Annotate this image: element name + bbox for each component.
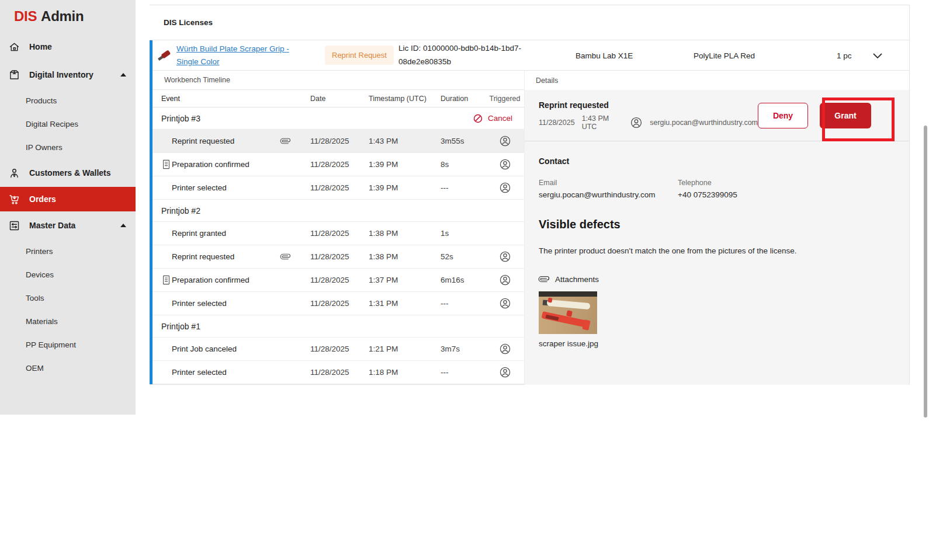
triggered-user-icon xyxy=(499,251,511,263)
event-name: Preparation confirmed xyxy=(172,160,249,169)
sidebar-item-materials[interactable]: Materials xyxy=(0,309,136,333)
timeline-event-row[interactable]: Printer selected11/28/20251:31 PM--- xyxy=(152,292,524,315)
user-circle-icon xyxy=(630,116,643,129)
event-name: Print Job canceled xyxy=(172,345,237,353)
timeline-event-row[interactable]: Reprint requested11/28/20251:38 PM52s xyxy=(152,245,524,269)
dis-licenses-card: DIS Licenses Würth Build Plate Scraper G… xyxy=(150,5,910,385)
timeline-event-row[interactable]: Printer selected11/28/20251:18 PM--- xyxy=(152,361,524,384)
event-name: Printer selected xyxy=(172,183,227,192)
sidebar-item-orders[interactable]: Orders xyxy=(0,187,136,211)
page-title: DIS Licenses xyxy=(150,5,909,40)
product-thumbnail-icon xyxy=(157,48,172,63)
column-header-duration: Duration xyxy=(441,95,486,103)
sidebar-item-label: Home xyxy=(29,42,52,51)
paperclip-icon xyxy=(280,252,290,262)
event-timestamp: 1:38 PM xyxy=(369,229,441,238)
sidebar-item-printers[interactable]: Printers xyxy=(0,239,136,263)
event-date: 11/28/2025 xyxy=(310,252,369,261)
event-duration: 6m16s xyxy=(441,276,486,284)
event-duration: 3m55s xyxy=(441,137,486,145)
sidebar-item-customers-wallets[interactable]: Customers & Wallets xyxy=(0,159,136,187)
grant-button[interactable]: Grant xyxy=(820,103,871,128)
event-timestamp: 1:31 PM xyxy=(369,299,441,308)
column-header-timestamp-utc: Timestamp (UTC) xyxy=(369,95,441,103)
product-link[interactable]: Würth Build Plate Scraper Grip - Single … xyxy=(176,43,312,68)
column-header-date: Date xyxy=(310,95,369,103)
sidebar-item-label: Devices xyxy=(26,270,54,279)
visible-defects-title: Visible defects xyxy=(539,218,895,231)
event-name: Preparation confirmed xyxy=(172,276,249,284)
visible-defects-description: The printer product doesn't match the on… xyxy=(539,246,895,255)
triggered-user-icon xyxy=(499,297,511,309)
cancel-printjob-button[interactable]: Cancel xyxy=(473,113,512,124)
vertical-scrollbar[interactable] xyxy=(924,126,927,418)
event-duration: 8s xyxy=(441,160,486,169)
timeline-event-row[interactable]: Reprint granted11/28/20251:38 PM1s xyxy=(152,222,524,245)
event-duration: 3m7s xyxy=(441,345,486,353)
sidebar-item-master-data[interactable]: Master Data xyxy=(0,211,136,239)
sidebar-item-label: Digital Inventory xyxy=(29,70,93,79)
event-timestamp: 1:18 PM xyxy=(369,368,441,377)
attachments-title: Attachments xyxy=(555,275,599,284)
triggered-user-icon xyxy=(499,274,511,286)
column-header-triggered: Triggered xyxy=(486,95,524,103)
email-value: sergiu.pocan@wurthindustry.com xyxy=(539,190,678,199)
deny-button[interactable]: Deny xyxy=(758,103,808,128)
attachment-thumbnail[interactable] xyxy=(539,291,597,334)
timeline-event-row[interactable]: Preparation confirmed11/28/20251:39 PM8s xyxy=(152,153,524,176)
event-timestamp: 1:43 PM xyxy=(369,137,441,145)
printjob-label: Printjob #1 xyxy=(161,322,200,331)
event-date: 11/28/2025 xyxy=(310,299,369,308)
sidebar-item-ip-owners[interactable]: IP Owners xyxy=(0,135,136,159)
event-timestamp: 1:38 PM xyxy=(369,252,441,261)
event-name: Printer selected xyxy=(172,299,227,308)
master-data-icon xyxy=(8,219,20,232)
sidebar-item-digital-recipes[interactable]: Digital Recipes xyxy=(0,112,136,135)
workbench-timeline-panel: Workbench Timeline EventDateTimestamp (U… xyxy=(150,71,524,385)
license-material: PolyLite PLA Red xyxy=(694,51,755,60)
event-date: 11/28/2025 xyxy=(310,137,369,145)
attachment-item[interactable]: scraper issue.jpg xyxy=(539,291,598,348)
sidebar: DIS Admin HomeDigital InventoryProductsD… xyxy=(0,0,136,415)
timeline-event-row[interactable]: Printer selected11/28/20251:39 PM--- xyxy=(152,176,524,200)
event-duration: 1s xyxy=(441,229,486,238)
sidebar-nav: HomeDigital InventoryProductsDigital Rec… xyxy=(0,33,136,380)
event-duration: --- xyxy=(441,368,486,377)
sidebar-item-digital-inventory[interactable]: Digital Inventory xyxy=(0,61,136,89)
timeline-column-headers: EventDateTimestamp (UTC)DurationTriggere… xyxy=(152,90,524,107)
event-name: Reprint granted xyxy=(172,229,226,238)
sidebar-item-devices[interactable]: Devices xyxy=(0,263,136,286)
sidebar-item-tools[interactable]: Tools xyxy=(0,286,136,309)
telephone-value: +40 0752399095 xyxy=(678,190,737,199)
details-title: Details xyxy=(525,71,909,90)
license-row[interactable]: Würth Build Plate Scraper Grip - Single … xyxy=(150,40,909,71)
timeline-event-row[interactable]: Print Job canceled11/28/20251:21 PM3m7s xyxy=(152,338,524,361)
sidebar-item-products[interactable]: Products xyxy=(0,89,136,112)
logo-prefix: DIS xyxy=(14,8,37,25)
prohibition-icon xyxy=(473,113,483,124)
event-date: 11/28/2025 xyxy=(310,183,369,192)
sidebar-item-label: Orders xyxy=(29,194,56,204)
customers-icon xyxy=(8,166,20,179)
sidebar-item-home[interactable]: Home xyxy=(0,33,136,61)
triggered-user-icon xyxy=(499,343,511,355)
event-timestamp: 1:37 PM xyxy=(369,276,441,284)
timeline-rows: Printjob #3CancelReprint requested11/28/… xyxy=(152,107,524,384)
attachment-filename: scraper issue.jpg xyxy=(539,339,598,348)
chevron-down-icon[interactable] xyxy=(869,47,886,64)
timeline-event-row[interactable]: Reprint requested11/28/20251:43 PM3m55s xyxy=(152,130,524,153)
telephone-label: Telephone xyxy=(678,179,737,187)
event-date: 11/28/2025 xyxy=(310,229,369,238)
column-header-event: Event xyxy=(152,95,310,103)
sidebar-item-label: Materials xyxy=(26,317,58,326)
event-name: Reprint requested xyxy=(172,137,234,145)
sidebar-item-oem[interactable]: OEM xyxy=(0,356,136,380)
sidebar-item-pp-equipment[interactable]: PP Equipment xyxy=(0,333,136,356)
paperclip-icon xyxy=(539,274,549,284)
reprint-request-block: Reprint requested 11/28/2025 1:43 PM UTC… xyxy=(525,90,909,141)
event-date: 11/28/2025 xyxy=(310,368,369,377)
triggered-user-icon xyxy=(499,366,511,378)
printjob-group-printjob-1: Printjob #1 xyxy=(152,315,524,338)
timeline-event-row[interactable]: Preparation confirmed11/28/20251:37 PM6m… xyxy=(152,269,524,292)
sidebar-item-label: Products xyxy=(26,96,57,105)
